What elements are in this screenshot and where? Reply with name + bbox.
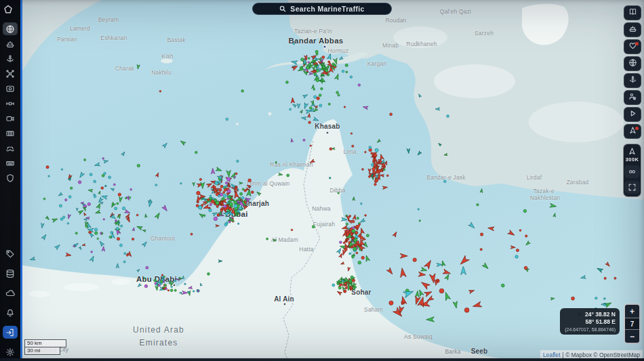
sidebar-item-cloud-services[interactable]: [3, 286, 18, 299]
expand-icon: [628, 183, 637, 192]
gear-icon: [5, 347, 15, 357]
satellite-icon: [5, 99, 15, 108]
zoom-control: + 7 −: [624, 303, 641, 344]
database-icon: [5, 269, 15, 278]
sidebar-item-fleets[interactable]: [3, 142, 18, 154]
vessel-counter-group: 300K: [623, 144, 641, 197]
sidebar-item-live-map[interactable]: [3, 22, 18, 35]
globe-icon: [628, 58, 637, 70]
anchor-icon: [628, 75, 637, 87]
monitor-bezel: [0, 358, 644, 361]
map-scale-control: 50 km 30 mi: [24, 339, 66, 355]
container-icon: [5, 129, 15, 138]
shield-icon: [5, 173, 15, 183]
camera-icon: [5, 114, 15, 123]
map-viewport[interactable]: Tazian-e Pa'inBandar AbbasHormuzMinabKar…: [0, 0, 644, 361]
sidebar-item-notifications[interactable]: [3, 306, 18, 319]
scale-km: 50 km: [24, 339, 66, 347]
attribution-text: | © Mapbox © OpenStreetMap: [563, 352, 640, 358]
route-forecast-button[interactable]: [624, 165, 640, 178]
drone-icon: [5, 69, 15, 79]
sidebar-item-satellite[interactable]: [3, 97, 18, 110]
sidebar-item-aerial[interactable]: [3, 67, 18, 80]
ship-icon: [5, 39, 15, 49]
notification-dot: [635, 127, 639, 130]
sidebar-item-containers[interactable]: [3, 127, 18, 140]
toolbar-world-view-button[interactable]: [624, 56, 641, 71]
left-sidebar: [0, 0, 20, 361]
play-icon: [628, 108, 637, 121]
zoom-in-button[interactable]: +: [625, 305, 639, 318]
follow-icon: [628, 91, 637, 104]
fullscreen-button[interactable]: [624, 181, 640, 194]
cloud-icon: [5, 289, 15, 298]
scale-mi: 30 mi: [24, 347, 60, 355]
toolbar-guides-button[interactable]: [624, 5, 641, 20]
area-vessels-button[interactable]: 300K: [624, 147, 640, 163]
search-bar[interactable]: Search MarineTraffic: [252, 3, 392, 15]
right-toolbar: [624, 5, 641, 139]
sidebar-item-settings[interactable]: [3, 345, 18, 358]
toolbar-ports-layer-button[interactable]: [624, 73, 641, 88]
vessel-count-label: 300K: [626, 156, 639, 163]
ship-icon: [628, 24, 637, 36]
notification-dot: [635, 42, 639, 45]
search-placeholder: Search MarineTraffic: [290, 5, 364, 13]
fleet-icon: [5, 144, 15, 153]
sidebar-item-photos[interactable]: [3, 82, 18, 95]
leaflet-link[interactable]: Leaflet: [543, 352, 561, 358]
sidebar-item-vessels[interactable]: [3, 37, 18, 50]
bell-icon: [5, 308, 15, 318]
sidebar-item-ports[interactable]: [3, 52, 18, 65]
infinity-icon: [628, 167, 637, 176]
sidebar-item-cameras[interactable]: [3, 112, 18, 125]
ship-markers-canvas[interactable]: [0, 0, 644, 361]
sidebar-item-sign-in[interactable]: [3, 326, 18, 339]
zoom-out-button[interactable]: −: [625, 330, 639, 343]
keyboard-icon: [5, 158, 15, 168]
location-arrow-icon: [628, 147, 637, 156]
marinetraffic-logo-icon: [3, 5, 17, 18]
sidebar-accent-strip: [20, 0, 22, 361]
toolbar-follow-vessel-button[interactable]: [624, 90, 641, 105]
book-icon: [628, 7, 637, 19]
signin-icon: [5, 328, 15, 337]
globe-icon: [5, 24, 15, 34]
search-icon: [279, 5, 286, 12]
sidebar-item-protect[interactable]: [3, 171, 18, 184]
toolbar-vessel-filters-button[interactable]: [624, 22, 641, 37]
toolbar-playback-button[interactable]: [624, 107, 641, 122]
marinetraffic-app: Tazian-e Pa'inBandar AbbasHormuzMinabKar…: [0, 0, 644, 361]
sidebar-item-tags[interactable]: [3, 247, 18, 260]
coordinate-lat: 24° 38.82 N: [564, 311, 616, 318]
sidebar-item-datasets[interactable]: [3, 267, 18, 280]
toolbar-my-position-button[interactable]: [624, 124, 641, 139]
sidebar-item-data-services[interactable]: [3, 156, 18, 169]
coordinate-decimal: (24.647017, 58.864746): [564, 327, 616, 332]
toolbar-favorites-button[interactable]: [624, 39, 641, 54]
cursor-coordinates-box: 24° 38.82 N 58° 51.88 E (24.647017, 58.8…: [560, 308, 620, 335]
tag-icon: [5, 249, 15, 259]
zoom-level: 7: [625, 318, 639, 330]
coordinate-lon: 58° 51.88 E: [564, 318, 616, 326]
anchor-icon: [5, 54, 15, 64]
photo-icon: [5, 84, 15, 93]
